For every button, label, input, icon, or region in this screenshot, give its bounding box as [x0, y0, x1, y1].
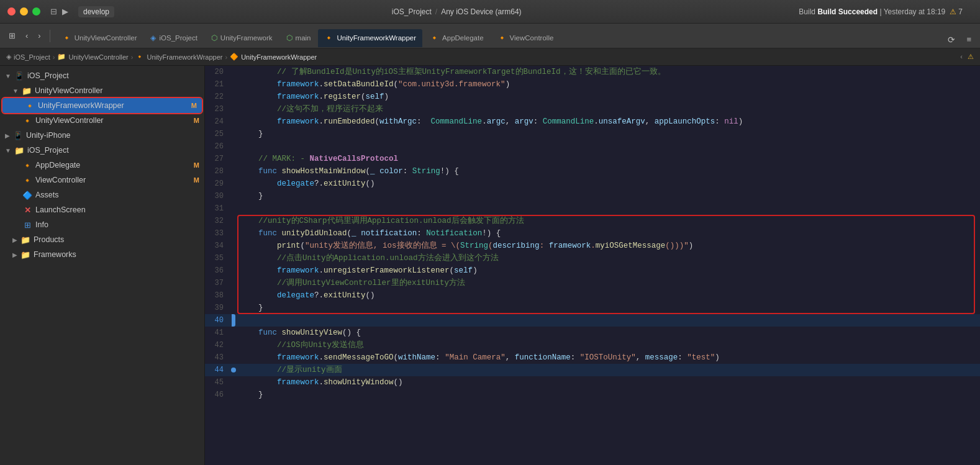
line-number-35: 35	[205, 252, 230, 264]
code-area: 20 // 了解BundleId是Unity的iOS主框架UnityFramew…	[205, 66, 980, 401]
code-line-40: 40	[205, 314, 980, 327]
swift-icon-active: 🔸	[324, 34, 333, 42]
maximize-button[interactable]	[32, 7, 40, 16]
sidebar-item-products[interactable]: ▶ 📁 Products	[0, 232, 204, 247]
code-line-26: 26	[205, 140, 980, 153]
launchscreen-icon: ✕	[22, 205, 32, 215]
line-content-21: framework.setDataBundleId("com.unity3d.f…	[237, 78, 980, 91]
sidebar-item-ios-project-2[interactable]: ▼ 📁 iOS_Project	[0, 143, 204, 158]
back-button[interactable]: ‹	[22, 29, 32, 43]
swift-file-icon-1: 🔸	[25, 101, 35, 111]
project-name: iOS_Project	[392, 7, 432, 16]
tab-ios-project[interactable]: ◈ iOS_Project	[143, 29, 204, 47]
tab-bar: 🔸 UnityViewController ◈ iOS_Project ⬡ Un…	[55, 25, 975, 47]
line-number-42: 42	[205, 339, 230, 351]
swift-file-icon-4: 🔸	[22, 176, 32, 185]
bc-warning-button[interactable]: ⚠	[968, 53, 974, 61]
line-content-29: delegate?.exitUnity()	[237, 178, 980, 190]
sidebar-label-view-controller: ViewController	[35, 176, 86, 184]
sidebar-item-info[interactable]: ⊞ Info	[0, 217, 204, 232]
sidebar-label-products: Products	[34, 235, 64, 244]
line-content-25: }	[237, 128, 980, 140]
line-content-32: //unity的CSharp代码里调用Application.unload后会触…	[237, 215, 980, 227]
run-button[interactable]: ▶	[62, 7, 68, 16]
products-folder-icon: 📁	[20, 235, 30, 245]
chevron-down-icon-2: ▼	[12, 88, 19, 94]
bc-icon-1: ◈	[6, 53, 11, 61]
sidebar-label-unity-vc-group: UnityViewController	[35, 86, 103, 95]
code-line-44: 44 //显示unity画面	[205, 364, 980, 376]
sidebar-item-view-controller[interactable]: 🔸 ViewController M	[0, 173, 204, 187]
line-number-22: 22	[205, 91, 230, 103]
chevron-right-icon-2: ▶	[12, 237, 17, 243]
code-editor[interactable]: 20 // 了解BundleId是Unity的iOS主框架UnityFramew…	[205, 66, 980, 465]
bc-unity-fw-wrapper[interactable]: UnityFrameworkWrapper	[147, 53, 222, 61]
sidebar-item-unity-fw-wrapper[interactable]: 🔸 UnityFrameworkWrapper M	[2, 98, 202, 113]
gutter-44	[230, 364, 237, 372]
swift-icon: 🔸	[62, 34, 71, 42]
line-number-29: 29	[205, 178, 230, 190]
sidebar-label-ios-project-2: iOS_Project	[27, 146, 69, 155]
refresh-button[interactable]: ⟳	[944, 32, 959, 47]
line-indicator-40	[232, 314, 235, 327]
line-content-45: framework.showUnityWindow()	[237, 376, 980, 389]
line-content-44: //显示unity画面	[237, 364, 980, 376]
sidebar-label-app-delegate: AppDelegate	[35, 161, 80, 169]
frameworks-folder-icon: 📁	[20, 250, 30, 260]
forward-button[interactable]: ›	[34, 29, 44, 43]
sidebar-label-info: Info	[35, 220, 48, 229]
highlighted-section: 32 //unity的CSharp代码里调用Application.unload…	[205, 215, 980, 314]
code-line-30: 30 }	[205, 190, 980, 202]
sidebar: ▼ 📱 iOS_Project ▼ 📁 UnityViewController …	[0, 66, 205, 465]
tab-unity-view-controller[interactable]: 🔸 UnityViewController	[55, 29, 144, 47]
traffic-lights	[7, 7, 40, 16]
minimize-button[interactable]	[20, 7, 28, 16]
sidebar-toggle-icon[interactable]: ⊟	[50, 7, 57, 16]
code-line-32: 32 //unity的CSharp代码里调用Application.unload…	[205, 215, 980, 227]
folder-icon-1: 📁	[22, 86, 32, 96]
bc-ios-project[interactable]: iOS_Project	[14, 53, 50, 61]
line-number-24: 24	[205, 115, 230, 128]
tab-app-delegate[interactable]: 🔸 AppDelegate	[423, 29, 491, 47]
code-line-46: 46 }	[205, 389, 980, 401]
tab-label-app-delegate: AppDelegate	[442, 34, 484, 42]
sidebar-item-unity-iphone[interactable]: ▶ 📱 Unity-iPhone	[0, 128, 204, 143]
sidebar-item-unity-vc-file[interactable]: 🔸 UnityViewController M	[0, 113, 204, 128]
line-number-23: 23	[205, 103, 230, 115]
sidebar-item-unity-vc-group[interactable]: ▼ 📁 UnityViewController	[0, 83, 204, 98]
tab-unity-framework[interactable]: ⬡ UnityFramework	[204, 29, 279, 47]
swift-icon-3: 🔸	[497, 34, 507, 42]
bc-collapse-button[interactable]: ‹	[960, 53, 963, 61]
sidebar-item-launchscreen[interactable]: ✕ LaunchScreen	[0, 202, 204, 217]
code-line-27: 27 // MARK: - NativeCallsProtocol	[205, 153, 980, 165]
tab-label-ios-project: iOS_Project	[159, 34, 197, 42]
sidebar-item-app-delegate[interactable]: 🔸 AppDelegate M	[0, 158, 204, 173]
sidebar-item-assets[interactable]: 🔷 Assets	[0, 187, 204, 202]
bc-unity-vc[interactable]: UnityViewController	[68, 53, 128, 61]
build-status: Build Build Succeeded | Yesterday at 18:…	[799, 7, 963, 16]
sidebar-label-assets: Assets	[35, 191, 59, 199]
list-button[interactable]: ≡	[963, 32, 975, 47]
bc-icon-2: 📁	[57, 53, 66, 61]
line-number-21: 21	[205, 78, 230, 91]
toolbar-right: ⟳ ≡	[944, 32, 975, 47]
grid-button[interactable]: ⊞	[5, 29, 19, 43]
tab-unity-fw-wrapper[interactable]: 🔸 UnityFrameworkWrapper	[317, 29, 423, 47]
sidebar-item-ios-project-root[interactable]: ▼ 📱 iOS_Project	[0, 68, 204, 83]
sidebar-label-unity-fw-wrapper: UnityFrameworkWrapper	[38, 101, 124, 110]
bc-icon-3: 🔸	[135, 53, 144, 61]
tab-label-unity-fw-wrapper: UnityFrameworkWrapper	[337, 34, 416, 42]
line-number-20: 20	[205, 66, 230, 78]
line-number-34: 34	[205, 240, 230, 252]
bc-active-item: UnityFrameworkWrapper	[241, 53, 317, 61]
tab-main[interactable]: ⬡ main	[279, 29, 318, 47]
folder-icon-2: 📁	[14, 146, 24, 155]
line-number-39: 39	[205, 302, 230, 314]
line-content-33: func unityDidUnload(_ notification: Noti…	[237, 227, 980, 240]
close-button[interactable]	[7, 7, 16, 16]
sidebar-item-frameworks[interactable]: ▶ 📁 Frameworks	[0, 247, 204, 262]
main-area: ▼ 📱 iOS_Project ▼ 📁 UnityViewController …	[0, 66, 980, 465]
tab-view-controller[interactable]: 🔸 ViewControlle	[491, 29, 561, 47]
line-number-32: 32	[205, 215, 230, 227]
branch-name[interactable]: develop	[78, 6, 114, 17]
